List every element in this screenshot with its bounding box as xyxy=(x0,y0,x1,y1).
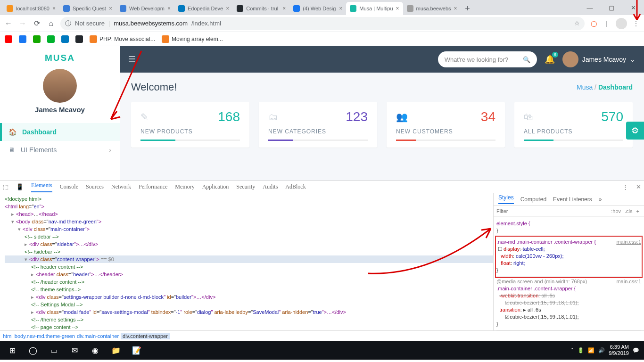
styles-tab[interactable]: Computed xyxy=(520,196,546,203)
browser-tab[interactable]: Edopedia Deve× xyxy=(174,2,233,15)
task-view-button[interactable]: ▭ xyxy=(43,341,64,360)
browser-tab[interactable]: (4) Web Desig× xyxy=(289,2,346,15)
bookmark[interactable] xyxy=(33,35,41,43)
close-icon[interactable]: ✕ xyxy=(636,183,641,190)
breadcrumb-item[interactable]: div.main-container xyxy=(77,333,119,339)
browser-tab[interactable]: Web Developm× xyxy=(116,2,174,15)
maximize-button[interactable]: ▢ xyxy=(601,0,622,15)
profile-avatar[interactable] xyxy=(616,18,627,29)
more-icon[interactable]: » xyxy=(599,196,602,203)
close-icon[interactable]: × xyxy=(282,5,286,12)
users-icon: 👥 xyxy=(396,111,408,123)
tray-chevron-icon[interactable]: ˄ xyxy=(571,347,574,354)
extension-icon[interactable]: ◯ xyxy=(589,19,598,28)
close-icon[interactable]: × xyxy=(226,5,229,12)
close-icon[interactable]: × xyxy=(396,5,399,12)
devtools-tab[interactable]: Application xyxy=(202,183,229,190)
sidebar-item-ui-elements[interactable]: 🖥UI Elements› xyxy=(0,141,120,159)
hov-toggle[interactable]: :hov xyxy=(609,208,623,214)
styles-tab-styles[interactable]: Styles xyxy=(498,194,514,204)
browser-tab[interactable]: localhost:8080× xyxy=(3,2,59,15)
browser-tab[interactable]: Specific Quest× xyxy=(59,2,116,15)
stat-cards: ✎168NEW PRODUCTS 🗂123NEW CATEGORIES 👥34N… xyxy=(120,97,644,152)
wifi-icon[interactable]: 📶 xyxy=(588,347,594,354)
settings-fab[interactable]: ⚙ xyxy=(626,122,644,140)
home-button[interactable]: ⌂ xyxy=(46,19,56,28)
breadcrumb-item[interactable]: body.nav-md.theme-green xyxy=(15,333,75,339)
devtools-tab[interactable]: Memory xyxy=(175,183,194,190)
dom-selected-line[interactable]: ▾<div class="content-wrapper"> == $0 xyxy=(5,255,493,263)
minimize-button[interactable]: — xyxy=(579,0,601,15)
menu-icon[interactable]: ⋮ xyxy=(632,19,640,28)
reload-button[interactable]: ⟳ xyxy=(32,19,41,28)
stat-card: 🗂123NEW CATEGORIES xyxy=(259,102,377,148)
notifications-button[interactable]: 🔔6 xyxy=(545,54,555,65)
devtools-tab[interactable]: AdBlock xyxy=(285,183,305,190)
bookmark[interactable] xyxy=(19,35,26,43)
favicon xyxy=(178,5,185,12)
browser-tab[interactable]: Commits · trul× xyxy=(233,2,289,15)
close-icon[interactable]: × xyxy=(52,5,56,12)
new-tab-button[interactable]: + xyxy=(461,2,474,15)
star-icon[interactable]: ☆ xyxy=(574,20,580,27)
devtools-tab[interactable]: Security xyxy=(236,183,255,190)
battery-icon[interactable]: 🔋 xyxy=(578,347,584,354)
browser-tab[interactable]: musa.beewebs× xyxy=(403,2,461,15)
sidebar-item-dashboard[interactable]: 🏠Dashboard xyxy=(0,123,120,141)
taskbar-app-explorer[interactable]: 📁 xyxy=(106,341,126,360)
bookmark[interactable]: PHP: Move associat... xyxy=(90,35,155,43)
stat-value: 123 xyxy=(346,109,368,124)
devtools-tab[interactable]: Network xyxy=(111,183,131,190)
devtools-tab-elements[interactable]: Elements xyxy=(31,182,52,192)
styles-tab[interactable]: Event Listeners xyxy=(553,196,592,203)
taskbar-app-chrome[interactable]: ◉ xyxy=(85,341,106,360)
bookmark[interactable]: Moving array elem... xyxy=(162,35,223,43)
browser-tab-active[interactable]: Musa | Multipu× xyxy=(346,2,403,15)
devtools-tab[interactable]: Sources xyxy=(86,183,104,190)
rule-source-link[interactable]: main.css:1 xyxy=(616,278,641,285)
bookmark[interactable] xyxy=(61,35,69,43)
devtools-tab[interactable]: Console xyxy=(60,183,78,190)
taskbar-app[interactable]: ✉ xyxy=(64,341,85,360)
breadcrumb-item[interactable]: html xyxy=(3,333,13,339)
breadcrumb-current[interactable]: div.content-wrapper xyxy=(121,333,170,339)
bookmark-icon xyxy=(5,35,12,43)
close-icon[interactable]: × xyxy=(167,5,171,12)
more-icon[interactable]: ⋮ xyxy=(622,183,628,190)
hamburger-icon[interactable]: ☰ xyxy=(128,54,136,65)
bookmark[interactable] xyxy=(75,35,83,43)
user-menu[interactable]: James Mcavoy⌄ xyxy=(562,51,636,67)
bookmark[interactable] xyxy=(5,35,12,43)
cls-toggle[interactable]: .cls xyxy=(623,208,635,214)
tab-title: localhost:8080 xyxy=(16,6,50,11)
breadcrumb-root[interactable]: Musa xyxy=(577,83,593,91)
filter-input[interactable] xyxy=(496,208,609,214)
search-input[interactable]: What're we looking for?🔍 xyxy=(438,51,537,67)
close-button[interactable]: ✕ xyxy=(622,0,644,15)
close-icon[interactable]: × xyxy=(454,5,457,12)
device-icon[interactable]: 📱 xyxy=(16,183,24,190)
bookmark[interactable] xyxy=(47,35,55,43)
clock[interactable]: 6:39 AM 9/9/2019 xyxy=(609,344,629,356)
address-bar[interactable]: ⓘ Not secure | musa.beewebsystems.com/in… xyxy=(60,17,585,30)
styles-rules[interactable]: element.style { } main.css:1 .nav-md .ma… xyxy=(494,217,644,330)
notifications-icon[interactable]: 💬 xyxy=(633,347,639,354)
back-button[interactable]: ← xyxy=(4,19,13,28)
inspect-icon[interactable]: ⬚ xyxy=(3,183,8,190)
favicon xyxy=(63,5,70,12)
devtools-tab[interactable]: Performance xyxy=(139,183,167,190)
close-icon[interactable]: × xyxy=(339,5,342,12)
taskbar-app[interactable]: 📝 xyxy=(126,341,147,360)
devtools-tab[interactable]: Audits xyxy=(263,183,278,190)
devtools-tabbar: ⬚ 📱 Elements Console Sources Network Per… xyxy=(0,181,644,193)
volume-icon[interactable]: 🔊 xyxy=(598,347,605,354)
forward-button[interactable]: → xyxy=(18,19,27,28)
cortana-button[interactable]: ◯ xyxy=(23,341,43,360)
close-icon[interactable]: × xyxy=(109,5,112,12)
content-area: ☰ What're we looking for?🔍 🔔6 James Mcav… xyxy=(120,46,644,181)
rule-source-link[interactable]: main.css:1 xyxy=(616,239,641,246)
start-button[interactable]: ⊞ xyxy=(2,341,23,360)
styles-panel: Styles Computed Event Listeners » :hov .… xyxy=(493,193,644,330)
dom-tree[interactable]: <!doctype html> <html lang="en"> ▸<head>… xyxy=(0,193,493,330)
add-rule-button[interactable]: + xyxy=(635,208,641,214)
